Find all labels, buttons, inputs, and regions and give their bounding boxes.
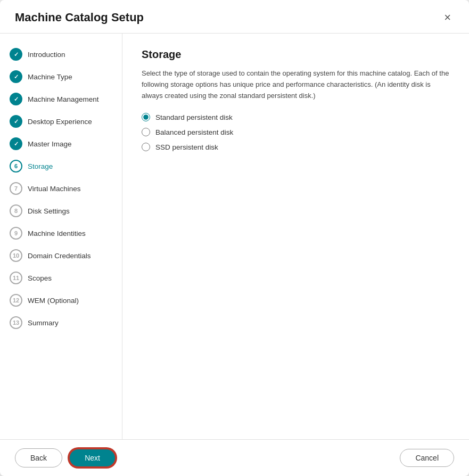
sidebar-item-wem-optional[interactable]: 12WEM (Optional) [0,289,122,311]
step-circle-desktop-experience: ✓ [10,115,22,128]
step-circle-master-image: ✓ [10,137,22,150]
sidebar-item-virtual-machines[interactable]: 7Virtual Machines [0,177,122,200]
close-button[interactable]: × [441,11,454,24]
sidebar-label-domain-credentials: Domain Credentials [28,252,91,260]
sidebar-label-disk-settings: Disk Settings [28,207,70,215]
sidebar-label-wem-optional: WEM (Optional) [28,297,79,305]
step-circle-wem-optional: 12 [10,294,22,307]
sidebar-item-domain-credentials[interactable]: 10Domain Credentials [0,244,122,267]
dialog-footer: Back Next Cancel [0,439,469,476]
machine-catalog-setup-dialog: Machine Catalog Setup × ✓Introduction✓Ma… [0,0,469,476]
radio-ssd[interactable] [142,143,150,151]
sidebar-item-desktop-experience[interactable]: ✓Desktop Experience [0,110,122,133]
storage-description: Select the type of storage used to conta… [142,68,450,101]
step-circle-machine-management: ✓ [10,93,22,105]
radio-label-standard: Standard persistent disk [155,113,233,121]
sidebar-item-machine-management[interactable]: ✓Machine Management [0,88,122,110]
dialog-body: ✓Introduction✓Machine Type✓Machine Manag… [0,34,469,439]
radio-balanced[interactable] [142,128,150,136]
radio-standard[interactable] [142,113,150,121]
step-circle-disk-settings: 8 [10,204,22,217]
radio-item-ssd[interactable]: SSD persistent disk [142,143,450,151]
next-button[interactable]: Next [69,448,116,467]
footer-left: Back Next [15,448,116,467]
cancel-button[interactable]: Cancel [400,449,454,467]
sidebar-item-machine-identities[interactable]: 9Machine Identities [0,222,122,244]
radio-label-balanced: Balanced persistent disk [155,128,233,136]
main-content: Storage Select the type of storage used … [122,34,469,439]
sidebar-label-machine-type: Machine Type [28,73,72,81]
step-circle-summary: 13 [10,316,22,329]
sidebar-label-machine-identities: Machine Identities [28,229,86,237]
section-title: Storage [142,48,450,61]
sidebar-item-master-image[interactable]: ✓Master Image [0,133,122,155]
sidebar-label-virtual-machines: Virtual Machines [28,185,81,193]
sidebar-label-scopes: Scopes [28,274,52,282]
sidebar-item-storage[interactable]: 6Storage [0,155,122,177]
step-circle-domain-credentials: 10 [10,249,22,262]
radio-item-balanced[interactable]: Balanced persistent disk [142,128,450,136]
sidebar-label-introduction: Introduction [28,51,65,59]
sidebar-label-machine-management: Machine Management [28,95,99,103]
sidebar-label-master-image: Master Image [28,140,72,148]
step-circle-machine-type: ✓ [10,70,22,83]
radio-item-standard[interactable]: Standard persistent disk [142,113,450,121]
sidebar-item-introduction[interactable]: ✓Introduction [0,43,122,65]
sidebar-label-desktop-experience: Desktop Experience [28,118,92,126]
sidebar-label-storage: Storage [28,162,53,170]
sidebar-item-disk-settings[interactable]: 8Disk Settings [0,200,122,222]
step-circle-virtual-machines: 7 [10,182,22,195]
step-circle-machine-identities: 9 [10,227,22,240]
sidebar-item-machine-type[interactable]: ✓Machine Type [0,65,122,88]
storage-options: Standard persistent diskBalanced persist… [142,113,450,151]
dialog-header: Machine Catalog Setup × [0,0,469,34]
step-circle-introduction: ✓ [10,48,22,61]
back-button[interactable]: Back [15,448,62,467]
step-circle-scopes: 11 [10,272,22,284]
dialog-title: Machine Catalog Setup [15,11,144,24]
step-circle-storage: 6 [10,160,22,173]
sidebar-label-summary: Summary [28,319,59,327]
sidebar-item-scopes[interactable]: 11Scopes [0,267,122,289]
sidebar-item-summary[interactable]: 13Summary [0,311,122,334]
radio-label-ssd: SSD persistent disk [155,143,218,151]
sidebar: ✓Introduction✓Machine Type✓Machine Manag… [0,34,122,439]
